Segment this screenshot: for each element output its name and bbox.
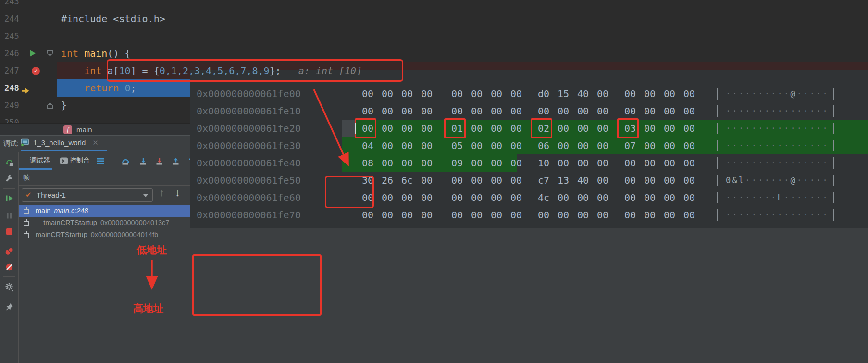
memory-byte[interactable]: 00	[510, 206, 522, 224]
memory-byte[interactable]: c7	[538, 172, 549, 189]
thread-selector[interactable]: ✔ Thread-1	[22, 188, 153, 202]
memory-byte[interactable]: 00	[644, 85, 656, 102]
memory-byte[interactable]: 00	[644, 172, 656, 189]
memory-byte[interactable]: 00	[664, 137, 675, 154]
run-icon[interactable]	[30, 50, 36, 57]
memory-byte[interactable]: 00	[664, 120, 675, 137]
memory-byte[interactable]: 00	[577, 206, 589, 224]
mute-breakpoints-icon[interactable]	[5, 263, 14, 272]
memory-byte[interactable]: 00	[558, 189, 569, 206]
memory-byte[interactable]: 00	[451, 206, 463, 224]
memory-byte[interactable]: 00	[421, 137, 433, 154]
memory-byte[interactable]: 00	[451, 172, 463, 189]
memory-byte[interactable]: 00	[644, 206, 656, 224]
memory-byte[interactable]: 09	[451, 154, 463, 172]
memory-byte[interactable]: 4c	[538, 189, 549, 206]
memory-byte[interactable]: 00	[491, 189, 502, 206]
memory-byte[interactable]: 00	[451, 102, 463, 120]
code-text[interactable]: return 0;	[61, 79, 136, 97]
memory-byte[interactable]: 00	[491, 137, 502, 154]
memory-byte[interactable]: 00	[597, 206, 608, 224]
memory-byte[interactable]: 40	[577, 172, 589, 189]
memory-byte[interactable]: 05	[451, 137, 463, 154]
memory-byte[interactable]: 40	[577, 85, 589, 102]
memory-byte[interactable]: 00	[624, 154, 636, 172]
memory-byte[interactable]: 00	[664, 172, 675, 189]
code-text[interactable]: }	[61, 97, 67, 114]
memory-byte[interactable]: 00	[683, 102, 695, 120]
memory-byte[interactable]: 00	[382, 102, 393, 120]
memory-byte[interactable]: 00	[401, 206, 413, 224]
memory-byte[interactable]: 00	[510, 189, 522, 206]
memory-byte[interactable]: 00	[683, 206, 695, 224]
memory-byte[interactable]: 00	[597, 102, 608, 120]
memory-byte[interactable]: 00	[683, 154, 695, 172]
memory-byte[interactable]: 00	[683, 172, 695, 189]
memory-byte[interactable]: 6c	[401, 172, 413, 189]
memory-byte[interactable]: 02	[538, 120, 549, 137]
memory-byte[interactable]: 00	[471, 172, 483, 189]
memory-byte[interactable]: 01	[451, 120, 463, 137]
frame-down-button[interactable]: ↓	[175, 187, 180, 199]
memory-byte[interactable]: 00	[421, 172, 433, 189]
memory-byte[interactable]: 00	[421, 102, 433, 120]
memory-byte[interactable]: 00	[421, 120, 433, 137]
wrench-icon[interactable]	[5, 175, 14, 184]
memory-byte[interactable]: 00	[382, 189, 393, 206]
rerun-icon[interactable]	[5, 158, 14, 167]
memory-byte[interactable]: 00	[624, 85, 636, 102]
stop-icon[interactable]	[5, 227, 14, 236]
memory-byte[interactable]: 00	[362, 85, 373, 102]
memory-byte[interactable]: 00	[362, 206, 373, 224]
code-text[interactable]: int main() {	[61, 45, 131, 62]
memory-byte[interactable]: 00	[558, 102, 569, 120]
memory-byte[interactable]: 00	[401, 189, 413, 206]
memory-byte[interactable]: 00	[597, 137, 608, 154]
memory-byte[interactable]: 30	[362, 172, 373, 189]
close-icon[interactable]: ✕	[92, 138, 99, 147]
memory-byte[interactable]: 00	[683, 85, 695, 102]
memory-byte[interactable]: 00	[597, 154, 608, 172]
memory-byte[interactable]: 00	[491, 85, 502, 102]
memory-byte[interactable]: 10	[538, 154, 549, 172]
memory-byte[interactable]: 00	[510, 120, 522, 137]
memory-byte[interactable]: 00	[624, 189, 636, 206]
memory-byte[interactable]: 00	[577, 189, 589, 206]
memory-byte[interactable]: 00	[577, 137, 589, 154]
memory-byte[interactable]: 00	[362, 120, 373, 137]
memory-byte[interactable]: 00	[683, 189, 695, 206]
view-breakpoints-icon[interactable]	[5, 247, 14, 256]
settings-gear-icon[interactable]	[5, 282, 14, 292]
memory-byte[interactable]: 00	[538, 206, 549, 224]
memory-byte[interactable]: 00	[664, 85, 675, 102]
memory-byte[interactable]: 00	[382, 137, 393, 154]
memory-byte[interactable]: 00	[362, 189, 373, 206]
memory-byte[interactable]: 00	[558, 206, 569, 224]
stack-frame-row[interactable]: mainCRTStartup0x00000000004014fb	[19, 229, 190, 241]
memory-byte[interactable]: 00	[471, 137, 483, 154]
memory-byte[interactable]: 00	[624, 206, 636, 224]
memory-byte[interactable]: 00	[577, 154, 589, 172]
memory-byte[interactable]: 00	[382, 85, 393, 102]
memory-byte[interactable]: 26	[382, 172, 393, 189]
memory-byte[interactable]: 00	[510, 172, 522, 189]
step-out-icon[interactable]	[172, 157, 181, 165]
memory-byte[interactable]: 00	[421, 154, 433, 172]
memory-byte[interactable]: 00	[401, 102, 413, 120]
memory-byte[interactable]: 00	[362, 102, 373, 120]
stack-frame-row[interactable]: __tmainCRTStartup0x00000000004013c7	[19, 217, 190, 229]
step-over-icon[interactable]	[121, 157, 130, 165]
memory-byte[interactable]: 00	[510, 85, 522, 102]
memory-byte[interactable]: 00	[491, 120, 502, 137]
memory-byte[interactable]: 00	[644, 154, 656, 172]
memory-byte[interactable]: 00	[382, 206, 393, 224]
force-step-into-icon[interactable]	[155, 157, 164, 165]
resume-icon[interactable]	[5, 194, 14, 203]
stack-frame-row[interactable]: mainmain.c:248	[19, 205, 190, 217]
memory-byte[interactable]: 13	[558, 172, 569, 189]
memory-byte[interactable]: 08	[362, 154, 373, 172]
memory-byte[interactable]: 00	[401, 154, 413, 172]
memory-byte[interactable]: 00	[683, 137, 695, 154]
memory-byte[interactable]: 00	[644, 120, 656, 137]
memory-byte[interactable]: 00	[644, 189, 656, 206]
